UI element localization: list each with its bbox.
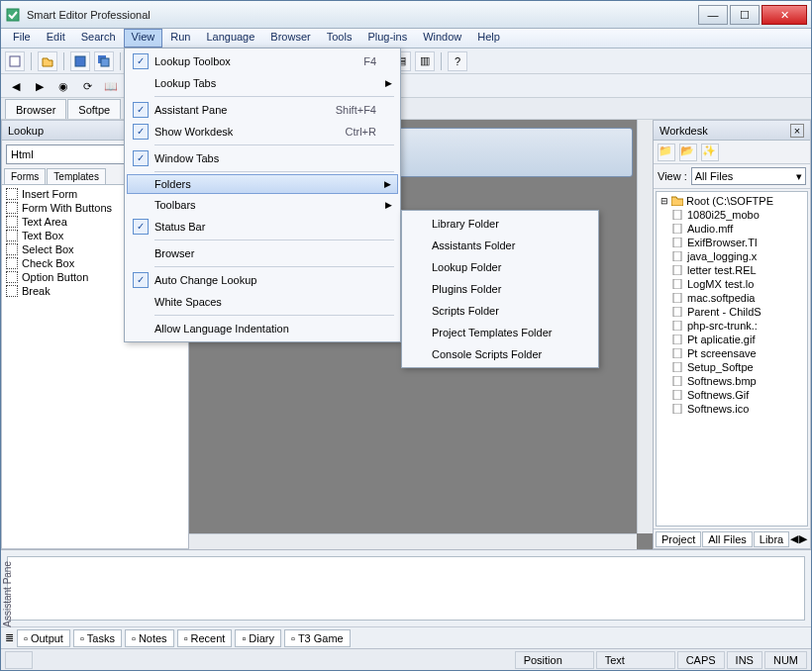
view-menu-dropdown[interactable]: ✓Lookup ToolboxF4Lookup Tabs▶✓Assistant … [124, 48, 401, 342]
menu-window[interactable]: Window [415, 29, 469, 48]
menu-item-status-bar[interactable]: ✓Status Bar [127, 216, 398, 238]
save-all-icon[interactable] [94, 51, 114, 71]
help-icon[interactable]: ? [448, 51, 467, 71]
tree-item[interactable]: Softnews.ico [659, 402, 805, 416]
assistant-tab-diary[interactable]: ▫Diary [235, 629, 281, 647]
menu-item-window-tabs[interactable]: ✓Window Tabs [127, 147, 398, 169]
tree-item[interactable]: ExifBrowser.TI [659, 236, 805, 249]
lookup-tab-templates[interactable]: Templates [47, 168, 106, 184]
tree-item[interactable]: Parent - ChildS [659, 305, 805, 319]
file-icon [672, 321, 684, 331]
menu-help[interactable]: Help [469, 29, 508, 48]
menu-file[interactable]: File [5, 29, 39, 48]
view-combo[interactable]: All Files ▾ [691, 167, 806, 185]
menu-item-folders[interactable]: Folders▶ [127, 174, 398, 194]
add-icon[interactable]: ✨ [701, 144, 719, 161]
workdesk-titlebar: Workdesk × [654, 121, 810, 141]
tree-item[interactable]: Setup_Softpe [659, 360, 805, 374]
assistant-tab-output[interactable]: ▫Output [17, 629, 70, 647]
menu-edit[interactable]: Edit [39, 29, 73, 48]
menu-item-lookup-toolbox[interactable]: ✓Lookup ToolboxF4 [127, 50, 398, 72]
tab-browser[interactable]: Browser [5, 99, 66, 119]
tree-item[interactable]: Pt screensave [659, 346, 805, 360]
menu-plug-ins[interactable]: Plug-ins [359, 29, 415, 48]
tree-item[interactable]: java_logging.x [659, 249, 805, 263]
tree-item[interactable]: Softnews.bmp [659, 374, 805, 388]
tab-icon: ▫ [184, 632, 188, 644]
tree-item[interactable]: Pt aplicatie.gif [659, 333, 805, 346]
horizontal-scrollbar[interactable] [189, 533, 637, 549]
menu-item-label: Auto Change Lookup [154, 274, 256, 286]
svg-rect-15 [673, 348, 681, 358]
submenu-item-scripts-folder[interactable]: Scripts Folder [404, 300, 596, 322]
menu-language[interactable]: Language [198, 29, 262, 48]
submenu-item-project-templates-folder[interactable]: Project Templates Folder [404, 322, 596, 343]
project-tab-project[interactable]: Project [656, 531, 701, 547]
menu-item-auto-change-lookup[interactable]: ✓Auto Change Lookup [127, 269, 398, 291]
tree-item[interactable]: php-src-trunk.: [659, 319, 805, 333]
assistant-textarea[interactable] [7, 556, 805, 621]
save-icon[interactable] [70, 51, 90, 71]
menu-browser[interactable]: Browser [262, 29, 318, 48]
submenu-item-library-folder[interactable]: Library Folder [404, 213, 596, 235]
menu-tools[interactable]: Tools [319, 29, 360, 48]
minimize-button[interactable]: — [698, 5, 728, 25]
file-tree[interactable]: ⊟ Root (C:\SOFTPE1080i25_moboAudio.mffEx… [656, 191, 808, 527]
tab-softpedia[interactable]: Softpe [67, 99, 121, 119]
submenu-item-assistants-folder[interactable]: Assistants Folder [404, 235, 596, 256]
lookup-tab-forms[interactable]: Forms [4, 168, 46, 184]
menu-item-label: Browser [154, 247, 194, 259]
reload-icon[interactable]: ⟳ [76, 76, 98, 96]
tree-item[interactable]: mac.softpedia [659, 291, 805, 305]
tree-item[interactable]: Softnews.Gif [659, 388, 805, 402]
tree-item[interactable]: Audio.mff [659, 222, 805, 236]
book-icon[interactable]: 📖 [100, 76, 122, 96]
assistant-tab-notes[interactable]: ▫Notes [125, 629, 174, 647]
assistant-tab-t3-game[interactable]: ▫T3 Game [284, 629, 351, 647]
menu-item-browser[interactable]: Browser [127, 242, 398, 264]
close-button[interactable]: ✕ [761, 5, 807, 25]
workdesk-close-icon[interactable]: × [790, 124, 804, 138]
project-tab-libra[interactable]: Libra [754, 531, 789, 547]
submenu-item-console-scripts-folder[interactable]: Console Scripts Folder [404, 343, 596, 365]
tree-item[interactable]: 1080i25_mobo [659, 208, 805, 222]
tab-scroll-left-icon[interactable]: ◀ [790, 532, 798, 545]
menubar: FileEditSearchViewRunLanguageBrowserTool… [1, 29, 811, 48]
lookup-item-label: Select Box [22, 243, 74, 255]
menu-run[interactable]: Run [162, 29, 198, 48]
lookup-item-label: Break [22, 285, 51, 297]
back-icon[interactable]: ◀ [5, 76, 27, 96]
status-ins: INS [727, 651, 762, 669]
menu-item-toolbars[interactable]: Toolbars▶ [127, 194, 398, 216]
forward-icon[interactable]: ▶ [29, 76, 51, 96]
folders-submenu[interactable]: Library FolderAssistants FolderLookup Fo… [401, 210, 599, 368]
tree-item[interactable]: letter test.REL [659, 263, 805, 277]
folder-icon[interactable]: 📁 [658, 144, 675, 161]
new-folder-icon[interactable]: 📂 [679, 144, 697, 161]
tree-item[interactable]: LogMX test.lo [659, 277, 805, 291]
panel-toggle-4-icon[interactable]: ▥ [415, 51, 435, 71]
maximize-button[interactable]: ☐ [730, 5, 760, 25]
open-file-icon[interactable] [38, 51, 57, 71]
new-file-icon[interactable] [5, 51, 25, 71]
vertical-scrollbar[interactable] [637, 120, 653, 533]
menu-item-assistant-pane[interactable]: ✓Assistant PaneShift+F4 [127, 99, 398, 121]
menu-item-white-spaces[interactable]: White Spaces [127, 291, 398, 313]
submenu-item-plugins-folder[interactable]: Plugins Folder [404, 278, 596, 300]
workdesk-panel: Workdesk × 📁 📂 ✨ View : All Files ▾ ⊟ Ro… [653, 120, 811, 549]
check-box-icon [6, 257, 18, 269]
tab-scroll-right-icon[interactable]: ▶ [799, 532, 807, 545]
menu-search[interactable]: Search [73, 29, 124, 48]
tree-item-label: letter test.REL [687, 263, 757, 277]
assistant-tab-recent[interactable]: ▫Recent [177, 629, 233, 647]
assistant-tab-tasks[interactable]: ▫Tasks [73, 629, 122, 647]
menu-item-show-workdesk[interactable]: ✓Show WorkdeskCtrl+R [127, 121, 398, 143]
project-tab-all-files[interactable]: All Files [702, 531, 753, 547]
menu-item-lookup-tabs[interactable]: Lookup Tabs▶ [127, 72, 398, 94]
menu-view[interactable]: View [124, 29, 163, 48]
tree-root[interactable]: ⊟ Root (C:\SOFTPE [659, 194, 805, 208]
stop-icon[interactable]: ◉ [52, 76, 74, 96]
menu-item-allow-language-indentation[interactable]: Allow Language Indentation [127, 318, 398, 339]
svg-rect-19 [673, 404, 681, 414]
submenu-item-lookup-folder[interactable]: Lookup Folder [404, 256, 596, 278]
